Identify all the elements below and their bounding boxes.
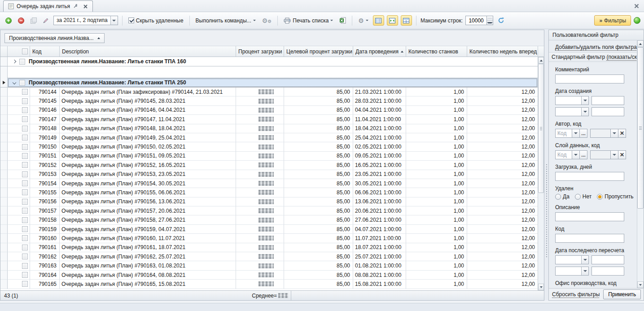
header-select-all[interactable] <box>8 46 30 57</box>
group-by-button[interactable]: Производственная линия.Назва... <box>4 33 105 43</box>
code-input[interactable] <box>555 234 624 243</box>
ellipsis-lookup-icon[interactable]: … <box>580 129 587 138</box>
max-rows-input[interactable] <box>465 16 487 25</box>
max-rows-spinner[interactable] <box>465 16 493 25</box>
table-row[interactable]: 790165Очередь задач литья (План) #790165… <box>0 280 538 289</box>
author-code-combo[interactable]: Код … <box>555 129 587 138</box>
clear-icon[interactable]: ✕ <box>618 150 626 159</box>
row-select-checkbox[interactable] <box>8 88 30 96</box>
scrollbar-track[interactable] <box>637 209 644 281</box>
print-list-button[interactable]: Печать списка <box>282 17 335 25</box>
row-select-checkbox[interactable] <box>8 197 30 206</box>
column-header-weeks-ahead[interactable]: Количество недель вперед <box>467 46 538 57</box>
author-value-field[interactable] <box>590 129 611 138</box>
table-row[interactable]: 790149Очередь задач литья (План) #790149… <box>0 133 538 142</box>
spin-down-icon[interactable] <box>487 21 493 25</box>
dropdown-arrow-icon[interactable] <box>581 256 588 264</box>
panel-splitter[interactable] <box>544 30 548 301</box>
expand-chevron-icon[interactable] <box>13 60 16 63</box>
row-select-checkbox[interactable] <box>8 225 30 234</box>
date-created-operator-1[interactable] <box>555 96 589 105</box>
row-select-checkbox[interactable] <box>8 243 30 252</box>
column-header-target-percent[interactable]: Целевой процент загрузки <box>284 46 353 57</box>
column-header-machine-count[interactable]: Количество станков <box>406 46 467 57</box>
row-select-checkbox[interactable] <box>8 133 30 142</box>
row-select-checkbox[interactable] <box>8 96 30 105</box>
refresh-button[interactable] <box>496 16 506 25</box>
date-created-value-1[interactable] <box>591 96 624 105</box>
checkbox-icon[interactable] <box>19 59 25 65</box>
table-row[interactable]: 790155Очередь задач литья (План) #790155… <box>0 188 538 197</box>
data-layer-value-field[interactable] <box>590 150 611 159</box>
row-select-checkbox[interactable] <box>8 124 30 133</box>
row-select-checkbox[interactable] <box>8 179 30 188</box>
table-row[interactable]: 790147Очередь задач литья (План) #790147… <box>0 115 538 124</box>
edit-button[interactable] <box>41 17 51 25</box>
add-remove-filter-fields-link[interactable]: Добавить/удалить поля фильтра <box>555 44 637 50</box>
table-row[interactable]: 790160Очередь задач литья (План) #790160… <box>0 234 538 243</box>
table-row[interactable]: 790162Очередь задач литья (План) #790162… <box>0 252 538 261</box>
grid-settings-button[interactable]: ⚙ <box>356 17 370 25</box>
table-row[interactable]: 790148Очередь задач литья (План) #790148… <box>0 124 538 133</box>
scroll-down-icon[interactable] <box>538 284 544 290</box>
row-select-checkbox[interactable] <box>8 252 30 261</box>
scroll-up-icon[interactable] <box>637 40 644 47</box>
row-select-checkbox[interactable] <box>8 161 30 170</box>
execute-commands-button[interactable]: Выполнить команды... <box>194 17 258 25</box>
row-select-checkbox[interactable] <box>8 115 30 124</box>
group-row-tpa-250[interactable]: Производственная линия.Название: Литье с… <box>0 78 538 88</box>
tab-close-icon[interactable] <box>82 3 89 10</box>
dropdown-arrow-icon[interactable] <box>581 108 588 116</box>
row-select-checkbox[interactable] <box>8 234 30 243</box>
table-row[interactable]: 790164Очередь задач литья (План) #790164… <box>0 271 538 280</box>
filters-toggle-button[interactable]: » Фильтры <box>594 15 631 26</box>
last-recalc-operator-2[interactable] <box>555 267 589 276</box>
row-select-checkbox[interactable] <box>8 152 30 161</box>
apply-filters-button[interactable]: Применить <box>603 289 641 299</box>
comment-input[interactable] <box>555 74 624 83</box>
last-recalc-value-2[interactable] <box>591 267 624 276</box>
table-vertical-scrollbar[interactable] <box>538 46 544 290</box>
group-row-tpa-160[interactable]: Производственная линия.Название: Литье с… <box>0 57 538 66</box>
data-layer-code-combo[interactable]: Код … <box>555 150 587 159</box>
table-row[interactable]: 790156Очередь задач литья (План) #790156… <box>0 197 538 206</box>
author-value-combo[interactable]: ✕ <box>590 129 626 138</box>
column-chooser-button[interactable] <box>401 15 412 26</box>
period-selector-dropdown[interactable] <box>110 16 118 25</box>
row-select-checkbox[interactable] <box>8 106 30 115</box>
reset-filters-link[interactable]: Сбросить фильтры <box>552 291 600 298</box>
delete-button[interactable]: − <box>16 17 26 25</box>
deleted-option-skip[interactable]: Пропустить <box>597 193 633 200</box>
copy-button[interactable] <box>29 17 38 24</box>
scrollbar-track[interactable] <box>538 193 544 284</box>
last-recalc-value-1[interactable] <box>591 255 624 264</box>
date-created-operator-2[interactable] <box>555 107 589 116</box>
scroll-down-icon[interactable] <box>637 281 644 288</box>
dropdown-arrow-icon[interactable] <box>611 129 618 138</box>
table-row[interactable]: 790159Очередь задач литья (План) #790159… <box>0 225 538 234</box>
row-select-checkbox[interactable] <box>8 271 30 280</box>
row-select-checkbox[interactable] <box>8 215 30 224</box>
table-row[interactable]: 790163Очередь задач литья (План) #790163… <box>0 261 538 270</box>
table-row[interactable]: 790152Очередь задач литья (План) #790152… <box>0 161 538 170</box>
dropdown-arrow-icon[interactable] <box>572 129 580 138</box>
period-selector[interactable]: за 2021 г., 2 подтипа <box>53 16 118 25</box>
hide-deleted-toggle[interactable]: Скрыть удаленные <box>127 17 185 25</box>
filter-panel-scrollbar[interactable] <box>637 40 644 288</box>
table-row[interactable]: 790146Очередь задач литья (План) #790146… <box>0 106 538 115</box>
table-row[interactable]: 790161Очередь задач литья (План) #790161… <box>0 243 538 252</box>
row-select-checkbox[interactable] <box>8 206 30 215</box>
ellipsis-lookup-icon[interactable]: … <box>580 150 587 159</box>
dropdown-arrow-icon[interactable] <box>581 96 588 105</box>
data-layer-value-combo[interactable]: ✕ <box>590 150 626 159</box>
description-input[interactable] <box>555 212 624 221</box>
toggle-group-panel-button[interactable] <box>373 15 384 26</box>
table-row[interactable]: 790150Очередь задач литья (План) #790150… <box>0 142 538 151</box>
clear-icon[interactable]: ✕ <box>618 129 626 138</box>
tab-casting-queue[interactable]: Очередь задач литья <box>3 0 93 12</box>
row-select-checkbox[interactable] <box>8 170 30 179</box>
table-row[interactable]: 790144Очередь задач литья (План зафиксир… <box>0 88 538 96</box>
dropdown-arrow-icon[interactable] <box>581 267 588 275</box>
fit-columns-button[interactable] <box>387 15 398 26</box>
column-header-code[interactable]: Код <box>30 46 60 57</box>
